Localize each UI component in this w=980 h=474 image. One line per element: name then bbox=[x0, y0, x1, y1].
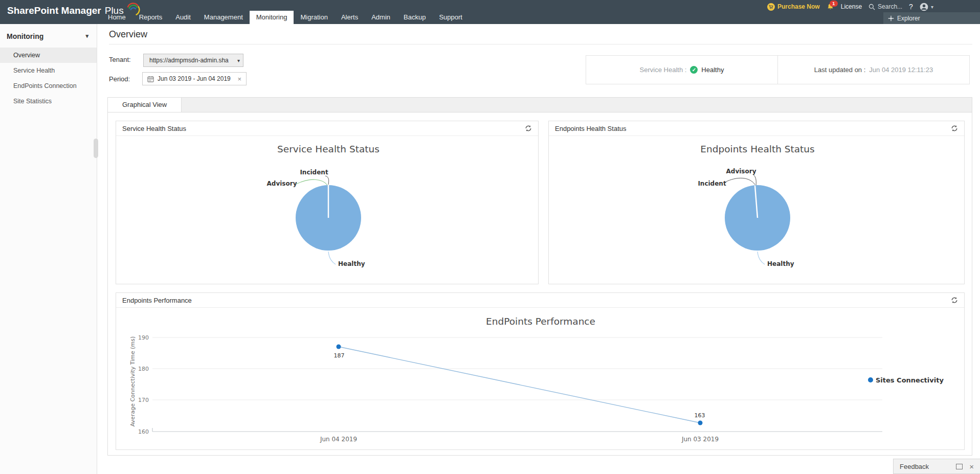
calendar-icon bbox=[147, 76, 154, 82]
period-value: Jun 03 2019 - Jun 04 2019 bbox=[158, 75, 231, 82]
tab-graphical-view[interactable]: Graphical View bbox=[108, 98, 182, 112]
account-menu[interactable]: ▾ bbox=[920, 3, 933, 11]
y-tick: 170 bbox=[138, 397, 149, 403]
leader-line-advisory bbox=[753, 174, 756, 185]
feedback-bar: Feedback × bbox=[893, 459, 980, 474]
page-title: Overview bbox=[109, 29, 147, 40]
nav-item-monitoring[interactable]: Monitoring bbox=[250, 11, 294, 24]
search-icon bbox=[868, 4, 875, 10]
tenant-label: Tenant: bbox=[109, 56, 131, 63]
nav-item-alerts[interactable]: Alerts bbox=[335, 11, 365, 24]
y-tick: 190 bbox=[138, 334, 149, 341]
logo-text: SharePoint Manager bbox=[7, 5, 101, 16]
pie-label-healthy: Healthy bbox=[338, 260, 365, 267]
leader-line-advisory bbox=[296, 179, 327, 185]
last-updated-status: Last updated on : Jun 04 2019 12:11:23 bbox=[778, 56, 969, 84]
panel-title: Service Health Status bbox=[122, 125, 186, 132]
panel-title: Endpoints Performance bbox=[122, 297, 192, 304]
leader-line-healthy bbox=[758, 252, 765, 264]
sidebar: Monitoring ▾ Overview Service Health End… bbox=[0, 24, 97, 474]
notification-badge: 1 bbox=[830, 1, 838, 7]
feedback-label[interactable]: Feedback bbox=[900, 463, 929, 470]
period-datepicker[interactable]: Jun 03 2019 - Jun 04 2019 × bbox=[142, 72, 247, 85]
explorer-icon bbox=[888, 15, 894, 21]
cart-icon bbox=[767, 3, 775, 11]
nav-item-reports[interactable]: Reports bbox=[132, 11, 169, 24]
refresh-button[interactable] bbox=[951, 125, 958, 132]
chevron-down-icon: ▾ bbox=[237, 58, 240, 63]
nav-item-migration[interactable]: Migration bbox=[294, 11, 334, 24]
pie-chart-service-health: Service Health Status Incident Advisory … bbox=[116, 136, 538, 286]
data-label-187: 187 bbox=[334, 352, 345, 359]
title-divider bbox=[109, 44, 972, 44]
chart-title: EndPoints Performance bbox=[486, 316, 595, 327]
purchase-now-button[interactable]: Purchase Now bbox=[767, 3, 820, 11]
service-health-label: Service Health : bbox=[640, 66, 687, 74]
sidebar-collapse-handle[interactable] bbox=[94, 139, 98, 158]
license-link[interactable]: License bbox=[841, 3, 862, 10]
panel-header: Endpoints Health Status bbox=[549, 121, 964, 136]
tab-strip: Graphical View bbox=[108, 98, 972, 112]
close-icon[interactable]: × bbox=[969, 463, 974, 470]
y-tick: 180 bbox=[138, 366, 149, 372]
tenant-select[interactable]: https://admpmsdn-admin.sha ▾ bbox=[143, 54, 243, 67]
refresh-button[interactable] bbox=[525, 125, 532, 132]
top-bar: SharePoint Manager Plus Home Reports Aud… bbox=[0, 0, 980, 24]
chart-title: Endpoints Health Status bbox=[700, 144, 814, 154]
refresh-icon bbox=[951, 125, 958, 132]
sidebar-group-label: Monitoring bbox=[7, 32, 43, 40]
notifications-button[interactable]: 1 bbox=[827, 3, 834, 11]
top-utility-bar: Purchase Now 1 License Search... ? bbox=[767, 2, 933, 11]
nav-item-admin[interactable]: Admin bbox=[365, 11, 397, 24]
data-label-163: 163 bbox=[695, 412, 705, 419]
chart-title: Service Health Status bbox=[277, 144, 380, 154]
sidebar-item-site-statistics[interactable]: Site Statistics bbox=[0, 94, 97, 109]
avatar-icon bbox=[920, 3, 928, 11]
nav-item-backup[interactable]: Backup bbox=[397, 11, 432, 24]
period-label: Period: bbox=[109, 75, 130, 83]
last-updated-value: Jun 04 2019 12:11:23 bbox=[869, 66, 933, 74]
healthy-check-icon: ✓ bbox=[690, 66, 698, 74]
nav-item-management[interactable]: Management bbox=[197, 11, 250, 24]
panel-header: Endpoints Performance bbox=[116, 293, 964, 308]
sidebar-item-endpoints-connection[interactable]: EndPoints Connection bbox=[0, 78, 97, 94]
chevron-down-icon: ▾ bbox=[85, 33, 88, 39]
nav-item-support[interactable]: Support bbox=[432, 11, 469, 24]
panel-header: Service Health Status bbox=[116, 121, 538, 136]
sidebar-item-service-health[interactable]: Service Health bbox=[0, 63, 97, 78]
x-tick-jun03: Jun 03 2019 bbox=[681, 436, 719, 443]
search-button[interactable]: Search... bbox=[868, 3, 902, 10]
sidebar-item-overview[interactable]: Overview bbox=[0, 48, 97, 63]
legend-label: Sites Connectivity bbox=[876, 376, 944, 384]
leader-line-healthy bbox=[328, 252, 336, 264]
line-chart-endpoints-performance: EndPoints Performance 190 180 170 160 Av… bbox=[116, 308, 964, 452]
pie-label-incident: Incident bbox=[300, 169, 328, 176]
pie-label-incident: Incident bbox=[698, 180, 726, 187]
series-line bbox=[339, 347, 700, 423]
purchase-now-label: Purchase Now bbox=[777, 3, 820, 10]
legend-marker bbox=[868, 377, 873, 382]
period-clear-button[interactable]: × bbox=[237, 75, 241, 83]
data-point-jun04 bbox=[337, 345, 341, 349]
pie-label-advisory: Advisory bbox=[726, 168, 756, 175]
status-summary-box: Service Health : ✓ Healthy Last updated … bbox=[586, 55, 970, 84]
sidebar-group-monitoring[interactable]: Monitoring ▾ bbox=[0, 24, 97, 48]
explorer-button[interactable]: Explorer bbox=[883, 12, 980, 24]
panel-endpoints-performance: Endpoints Performance EndPoints Performa… bbox=[116, 292, 965, 450]
last-updated-label: Last updated on : bbox=[814, 66, 865, 74]
pie-label-advisory: Advisory bbox=[267, 180, 297, 187]
y-tick: 160 bbox=[138, 428, 149, 435]
data-point-jun03 bbox=[698, 421, 703, 425]
nav-item-home[interactable]: Home bbox=[101, 11, 132, 24]
service-health-status: Service Health : ✓ Healthy bbox=[586, 56, 778, 84]
maximize-icon[interactable] bbox=[956, 464, 963, 469]
refresh-icon bbox=[951, 297, 958, 304]
search-label: Search... bbox=[878, 3, 902, 10]
panel-endpoints-health-status: Endpoints Health Status Endpoints Health… bbox=[548, 121, 965, 284]
help-button[interactable]: ? bbox=[909, 3, 913, 11]
legend-sites-connectivity[interactable]: Sites Connectivity bbox=[868, 376, 944, 384]
refresh-button[interactable] bbox=[951, 297, 958, 304]
nav-item-audit[interactable]: Audit bbox=[169, 11, 197, 24]
explorer-label: Explorer bbox=[897, 15, 920, 22]
x-tick-jun04: Jun 04 2019 bbox=[320, 436, 357, 443]
